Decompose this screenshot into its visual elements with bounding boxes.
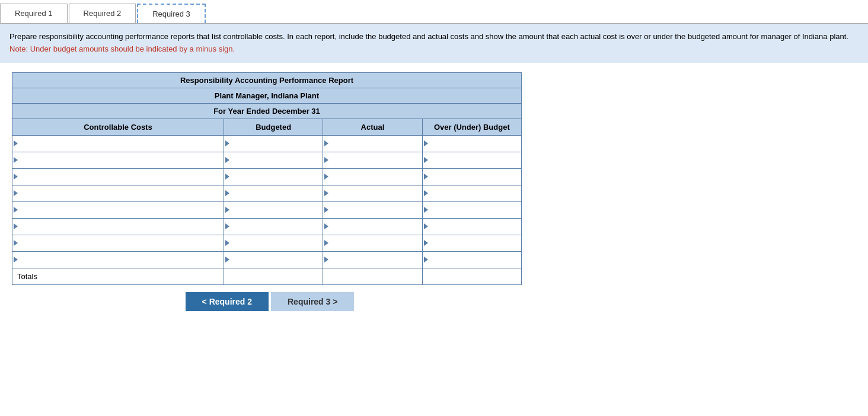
input-budgeted-8[interactable] (236, 255, 320, 264)
cell-budgeted-5[interactable] (224, 201, 323, 218)
instructions-main-text: Prepare responsibility accounting perfor… (9, 32, 848, 41)
col-header-controllable: Controllable Costs (12, 119, 224, 135)
cell-over-under-1[interactable] (422, 135, 521, 152)
cell-over-under-8[interactable] (422, 251, 521, 268)
cell-over-under-5[interactable] (422, 201, 521, 218)
table-row (12, 218, 522, 235)
tab-required2[interactable]: Required 2 (69, 4, 136, 23)
cell-budgeted-7[interactable] (224, 235, 323, 251)
cell-budgeted-2[interactable] (224, 152, 323, 168)
cell-over-under-4[interactable] (422, 185, 521, 201)
input-actual-4[interactable] (335, 189, 419, 198)
cell-cost-5[interactable] (12, 201, 224, 218)
table-row (12, 235, 522, 251)
cell-cost-8[interactable] (12, 251, 224, 268)
cell-actual-8[interactable] (323, 251, 422, 268)
cell-budgeted-4[interactable] (224, 185, 323, 201)
cell-actual-3[interactable] (323, 168, 422, 185)
arrow-icon-8 (14, 257, 18, 263)
input-cost-2[interactable] (22, 156, 208, 165)
input-budgeted-5[interactable] (236, 206, 320, 215)
col-header-over-under: Over (Under) Budget (422, 119, 521, 135)
cell-actual-1[interactable] (323, 135, 422, 152)
tabs-bar: Required 1 Required 2 Required 3 (0, 0, 868, 24)
input-budgeted-2[interactable] (236, 156, 320, 165)
input-cost-4[interactable] (22, 189, 208, 198)
cell-actual-7[interactable] (323, 235, 422, 251)
report-title-row2: Plant Manager, Indiana Plant (12, 88, 522, 103)
input-cost-7[interactable] (22, 239, 208, 248)
cell-over-under-2[interactable] (422, 152, 521, 168)
cell-actual-5[interactable] (323, 201, 422, 218)
input-actual-1[interactable] (335, 139, 419, 148)
cell-budgeted-3[interactable] (224, 168, 323, 185)
tab-required1[interactable]: Required 1 (0, 4, 68, 23)
bottom-nav: < Required 2 Required 3 > (12, 285, 528, 318)
input-cost-6[interactable] (22, 222, 208, 231)
cell-actual-4[interactable] (323, 185, 422, 201)
input-actual-6[interactable] (335, 222, 419, 231)
next-button[interactable]: Required 3 > (271, 292, 354, 311)
cell-cost-3[interactable] (12, 168, 224, 185)
input-over-under-1[interactable] (434, 139, 519, 148)
table-row (12, 152, 522, 168)
cell-actual-2[interactable] (323, 152, 422, 168)
input-budgeted-3[interactable] (236, 172, 320, 181)
input-cost-8[interactable] (22, 255, 208, 264)
input-over-under-3[interactable] (434, 172, 519, 181)
arrow-icon-6 (14, 223, 18, 229)
input-actual-7[interactable] (335, 239, 419, 248)
page-wrapper: Required 1 Required 2 Required 3 Prepare… (0, 0, 868, 328)
input-cost-1[interactable] (22, 139, 208, 148)
cell-budgeted-8[interactable] (224, 251, 323, 268)
input-over-under-5[interactable] (434, 206, 519, 215)
totals-label: Totals (12, 268, 224, 284)
cell-total-over-under[interactable] (422, 268, 521, 284)
arrow-icon-a3 (324, 174, 328, 180)
cell-cost-6[interactable] (12, 218, 224, 235)
input-total-budgeted[interactable] (229, 272, 318, 281)
cell-cost-7[interactable] (12, 235, 224, 251)
cell-total-actual[interactable] (323, 268, 422, 284)
cell-cost-2[interactable] (12, 152, 224, 168)
input-total-actual[interactable] (328, 272, 417, 281)
arrow-icon-a8 (324, 257, 328, 263)
input-budgeted-7[interactable] (236, 239, 320, 248)
input-cost-3[interactable] (22, 172, 208, 181)
input-budgeted-6[interactable] (236, 222, 320, 231)
cell-cost-4[interactable] (12, 185, 224, 201)
prev-button[interactable]: < Required 2 (186, 292, 269, 311)
table-row (12, 168, 522, 185)
cell-budgeted-1[interactable] (224, 135, 323, 152)
input-actual-5[interactable] (335, 206, 419, 215)
cell-over-under-6[interactable] (422, 218, 521, 235)
input-over-under-2[interactable] (434, 156, 519, 165)
cell-actual-6[interactable] (323, 218, 422, 235)
cell-budgeted-6[interactable] (224, 218, 323, 235)
input-actual-8[interactable] (335, 255, 419, 264)
input-over-under-6[interactable] (434, 222, 519, 231)
table-row (12, 201, 522, 218)
input-over-under-8[interactable] (434, 255, 519, 264)
input-total-over-under[interactable] (427, 272, 516, 281)
arrow-icon-5 (14, 207, 18, 213)
input-budgeted-4[interactable] (236, 189, 320, 198)
input-cost-5[interactable] (22, 206, 208, 215)
instructions-box: Prepare responsibility accounting perfor… (0, 24, 868, 63)
cell-total-budgeted[interactable] (224, 268, 323, 284)
col-header-actual: Actual (323, 119, 422, 135)
cell-over-under-3[interactable] (422, 168, 521, 185)
tab-required3[interactable]: Required 3 (137, 4, 206, 23)
arrow-icon-o1 (424, 140, 428, 146)
totals-row: Totals (12, 268, 522, 284)
arrow-icon-b3 (225, 174, 229, 180)
input-budgeted-1[interactable] (236, 139, 320, 148)
arrow-icon-a2 (324, 157, 328, 163)
report-title-line2: Plant Manager, Indiana Plant (12, 88, 522, 103)
input-over-under-4[interactable] (434, 189, 519, 198)
cell-over-under-7[interactable] (422, 235, 521, 251)
input-actual-2[interactable] (335, 156, 419, 165)
cell-cost-1[interactable] (12, 135, 224, 152)
input-over-under-7[interactable] (434, 239, 519, 248)
input-actual-3[interactable] (335, 172, 419, 181)
